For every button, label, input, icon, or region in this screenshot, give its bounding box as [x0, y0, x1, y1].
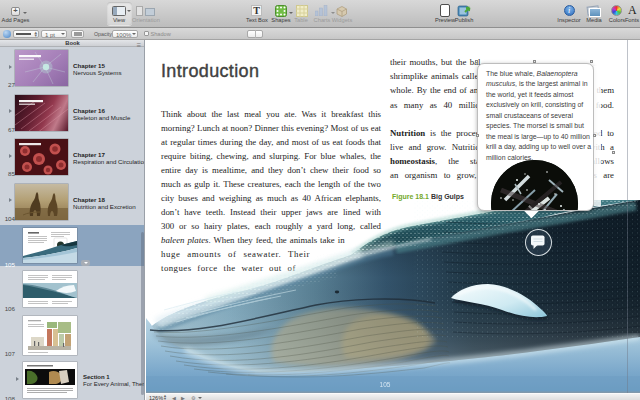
svg-text:105: 105	[380, 381, 391, 388]
